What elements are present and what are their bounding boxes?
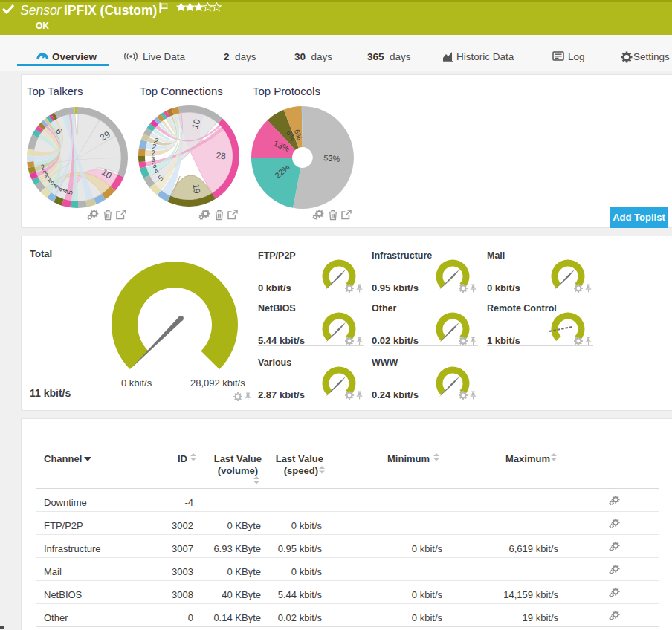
svg-text:19: 19 (190, 183, 202, 194)
svg-text:28: 28 (216, 150, 227, 161)
svg-text:53%: 53% (323, 153, 340, 163)
